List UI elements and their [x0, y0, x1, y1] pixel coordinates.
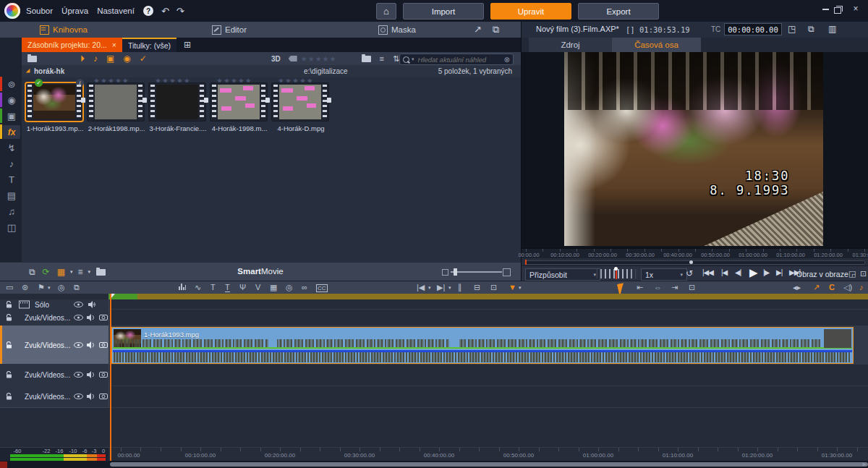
- tab-knihovna[interactable]: Knihovna: [40, 22, 88, 38]
- magnet-snap-icon[interactable]: C: [829, 283, 835, 292]
- zoom-out-icon[interactable]: [442, 269, 448, 276]
- volume-keyframe-icon[interactable]: V: [255, 283, 260, 292]
- scrubber-playhead[interactable]: [525, 260, 527, 265]
- lock-icon[interactable]: [6, 371, 12, 378]
- snapshot-icon[interactable]: ⊡: [490, 283, 497, 292]
- expand-tracks-icon[interactable]: ◂▸: [793, 283, 801, 292]
- copy-frame-icon[interactable]: ⧉: [808, 24, 814, 34]
- tab-zdroj[interactable]: Zdroj: [529, 38, 612, 52]
- sidebar-item-discmenu-icon[interactable]: ◫: [3, 221, 20, 234]
- zoom-slider-thumb[interactable]: [454, 268, 457, 276]
- scene-folder-icon[interactable]: [78, 98, 85, 103]
- sort-icon[interactable]: ⇅: [393, 54, 399, 64]
- split-clip-icon[interactable]: ∥: [458, 283, 462, 292]
- keyframe-icon[interactable]: ∿: [195, 283, 201, 292]
- search-box[interactable]: ▾ ⊗: [399, 54, 514, 65]
- eye-icon[interactable]: [74, 372, 83, 378]
- sidebar-item-transitions-icon[interactable]: ↯: [3, 141, 20, 155]
- mark-out-dropdown-icon[interactable]: ▾: [448, 285, 451, 291]
- view-options-icon[interactable]: ≡: [380, 54, 384, 63]
- media-item-2[interactable]: ★★★★★ 2-Horák1998.mp...: [88, 83, 145, 132]
- zoom-slider-track[interactable]: [451, 271, 502, 273]
- fullscreen-icon[interactable]: ⊡: [860, 269, 867, 278]
- undo-icon[interactable]: ↶: [158, 6, 173, 17]
- sidebar-item-albums-icon[interactable]: ⊚: [3, 77, 20, 91]
- audio-tools-icon[interactable]: ♪: [859, 283, 864, 292]
- sidebar-item-titles-icon[interactable]: T: [3, 173, 20, 187]
- camera-icon[interactable]: [99, 372, 108, 378]
- lock-icon[interactable]: [6, 341, 12, 349]
- export-button[interactable]: Export: [578, 3, 659, 20]
- eye-icon[interactable]: [74, 315, 83, 320]
- filter-video-icon[interactable]: ⏵: [80, 54, 85, 64]
- add-marker-dropdown-icon[interactable]: ▾: [519, 285, 522, 291]
- preview-video[interactable]: 18:30 8. 9.1993: [564, 52, 823, 246]
- marker-dropdown-icon[interactable]: ▾: [48, 285, 51, 291]
- mark-in-icon[interactable]: |◀: [417, 283, 425, 292]
- lock-icon[interactable]: [6, 301, 12, 308]
- timeline-ruler[interactable]: 00:00.00 00:10:00.00 00:20:00.00 00:30:0…: [109, 448, 868, 461]
- search-clear-icon[interactable]: ⊗: [504, 56, 510, 64]
- scrubber-track[interactable]: [525, 260, 865, 265]
- media-thumb[interactable]: [149, 83, 205, 121]
- timeline-range-bar[interactable]: [109, 294, 868, 299]
- loop-button[interactable]: ↺: [686, 268, 692, 278]
- mark-in-dropdown-icon[interactable]: ▾: [428, 285, 431, 291]
- zoom-fit-dropdown[interactable]: Přizpůsobit ▾: [525, 268, 600, 281]
- preview-ruler[interactable]: 00:00.00 00:10:00.00 00:20:00.00 00:30:0…: [522, 248, 868, 259]
- lock-icon[interactable]: [6, 314, 12, 321]
- menu-nastaveni[interactable]: Nastavení: [93, 0, 139, 22]
- eye-icon[interactable]: [74, 342, 83, 348]
- timeline-scrollbar[interactable]: ▶: [0, 461, 868, 468]
- frame-forward-button[interactable]: |▶: [763, 268, 769, 276]
- track-header-3-active[interactable]: Zvuk/Videos...: [0, 326, 109, 365]
- camera-icon[interactable]: [99, 314, 108, 320]
- filter-photo-icon[interactable]: ▣: [106, 54, 114, 64]
- thumbnail-zoom-slider[interactable]: [442, 269, 511, 275]
- lock-icon[interactable]: [6, 393, 12, 400]
- trim-mode-icon[interactable]: ⇤: [637, 283, 643, 292]
- sidebar-item-montage-icon[interactable]: ▤: [3, 189, 20, 203]
- bin-tab-project[interactable]: Zásobník projektu: 20... ×: [22, 38, 122, 52]
- timeline-playhead[interactable]: [110, 294, 111, 461]
- track-lane-2[interactable]: [109, 309, 868, 326]
- multicam-icon[interactable]: ▦: [270, 283, 277, 292]
- pip-label[interactable]: Obraz v obraze: [796, 270, 848, 278]
- delete-clip-icon[interactable]: ⊟: [474, 283, 480, 292]
- bin-tab-titles[interactable]: Titulky: (vše): [122, 38, 176, 52]
- filter-audio-icon[interactable]: ♪: [93, 54, 98, 64]
- info-icon[interactable]: i: [76, 79, 84, 87]
- zoom-in-icon[interactable]: [503, 268, 511, 276]
- popout-player-icon[interactable]: ◳: [788, 24, 796, 34]
- edit-button[interactable]: Upravit: [490, 3, 571, 20]
- duplicate-icon[interactable]: ⧉: [74, 283, 80, 292]
- tab-casova-osa[interactable]: Časová osa: [612, 38, 701, 52]
- track-lane-5[interactable]: [109, 386, 868, 408]
- minimize-icon[interactable]: [822, 9, 829, 10]
- scrollbar-thumb[interactable]: [110, 462, 868, 467]
- go-to-start-button[interactable]: |◀◀: [702, 268, 713, 276]
- dual-view-icon[interactable]: ▥: [828, 24, 836, 34]
- collection-name[interactable]: horák-hk: [34, 67, 64, 75]
- send-to-timeline-icon[interactable]: ↗: [813, 283, 820, 292]
- scene-folder-icon[interactable]: [324, 98, 331, 103]
- media-item-3[interactable]: ★★★★★ 3-Horák-Francie....: [149, 83, 207, 132]
- marker-menu-icon[interactable]: ⚑: [38, 283, 45, 292]
- record-icon[interactable]: ◎: [58, 283, 65, 292]
- collection-expand-icon[interactable]: [26, 68, 32, 74]
- sidebar-item-soundtrack-icon[interactable]: ♫: [3, 205, 20, 218]
- fit-timeline-icon[interactable]: ⊡: [689, 283, 695, 292]
- media-thumb[interactable]: [210, 83, 267, 121]
- scrubber-handle[interactable]: [689, 260, 693, 264]
- search-input[interactable]: [417, 55, 502, 64]
- restore-icon[interactable]: [834, 7, 841, 14]
- browse-folder-icon[interactable]: [362, 56, 371, 62]
- duplicate-panel-icon[interactable]: ⧉: [489, 24, 503, 35]
- speaker-icon[interactable]: [87, 393, 95, 400]
- captions-icon[interactable]: CC: [316, 284, 328, 292]
- track-header-2[interactable]: Zvuk/Videos...: [0, 309, 109, 326]
- media-thumb[interactable]: [88, 83, 144, 121]
- link-clips-icon[interactable]: ∞: [302, 283, 307, 292]
- speaker-icon[interactable]: [87, 314, 95, 321]
- clip-volume-line[interactable]: [113, 350, 852, 352]
